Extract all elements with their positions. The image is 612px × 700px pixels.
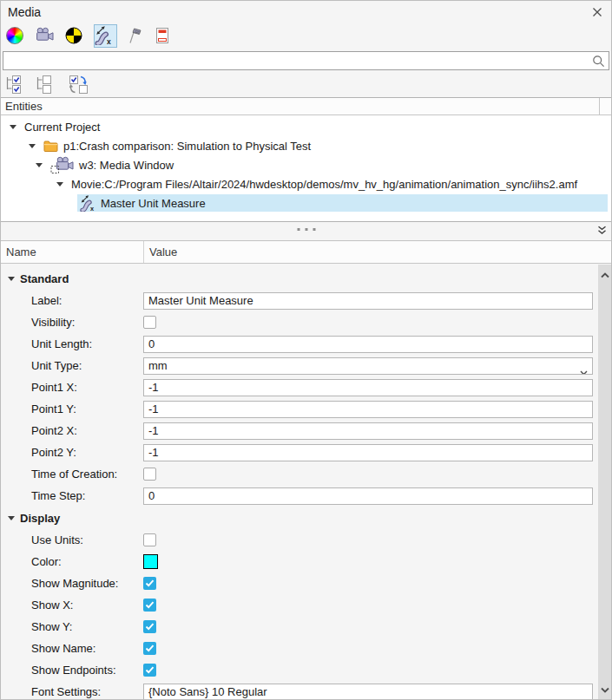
show-name-checkbox[interactable]	[143, 642, 156, 655]
scroll-down-icon[interactable]	[601, 683, 609, 696]
show-y-checkbox[interactable]	[143, 620, 156, 633]
entities-header-row: Entities	[1, 98, 611, 115]
label-input[interactable]: Master Unit Measure	[143, 292, 593, 310]
tree-item-label: w3: Media Window	[79, 159, 174, 172]
expand-arrow-icon[interactable]	[8, 516, 15, 520]
scrollbar[interactable]	[598, 265, 611, 699]
column-header-name[interactable]: Name	[1, 241, 143, 263]
property-label: Time of Creation:	[1, 468, 143, 481]
show-magnitude-checkbox[interactable]	[143, 577, 156, 590]
svg-text:x: x	[90, 204, 95, 211]
color-wheel-icon	[6, 27, 23, 44]
tracking-flag-icon	[123, 26, 142, 45]
property-row: Visibility:	[1, 311, 598, 333]
tree-check-all-icon	[6, 75, 23, 94]
tree-item-label: p1:Crash comparison: Simulation to Physi…	[63, 140, 311, 153]
time-of-creation-checkbox[interactable]	[143, 468, 156, 481]
expand-arrow-icon[interactable]	[36, 163, 43, 167]
splitter[interactable]	[1, 222, 611, 237]
uncheck-all-button[interactable]	[36, 75, 59, 95]
expand-arrow-icon[interactable]	[8, 277, 15, 281]
point2-x-input[interactable]: -1	[143, 422, 593, 440]
tracking-button[interactable]	[123, 24, 147, 48]
search-box	[3, 51, 609, 70]
time-step-input[interactable]: 0	[143, 487, 593, 505]
property-label: Point1 Y:	[1, 402, 143, 415]
point1-x-input[interactable]: -1	[143, 379, 593, 396]
titlebar: Media	[1, 1, 611, 23]
property-row: Unit Length:0	[1, 333, 598, 355]
property-grid: StandardLabel:Master Unit MeasureVisibil…	[1, 265, 598, 699]
property-label: Point2 X:	[1, 424, 143, 437]
filter-toolbar	[1, 72, 611, 97]
svg-text:x: x	[107, 37, 111, 46]
folder-icon	[43, 140, 58, 153]
unit-length-input[interactable]: 0	[143, 336, 593, 353]
property-row: Show X:	[1, 594, 598, 616]
tree-item-movie-c-program-files[interactable]: Movie:C:/Program Files/Altair/2024/hwdes…	[1, 174, 611, 193]
color-settings-button[interactable]	[5, 24, 29, 48]
property-label: Label:	[1, 294, 143, 307]
property-label: Time Step:	[1, 489, 143, 502]
check-all-button[interactable]	[6, 75, 29, 95]
entities-header-corner	[599, 98, 611, 114]
property-row: Time of Creation:	[1, 463, 598, 485]
collapse-panel-icon[interactable]	[597, 225, 607, 238]
close-icon[interactable]	[590, 5, 604, 19]
scroll-up-icon[interactable]	[601, 268, 609, 281]
property-label: Visibility:	[1, 316, 143, 329]
tree-item-current-project[interactable]: Current Project	[1, 117, 611, 136]
crash-dummy-icon	[64, 26, 83, 45]
use-units-checkbox[interactable]	[143, 533, 156, 546]
property-label: Show X:	[1, 599, 143, 612]
expand-arrow-icon[interactable]	[29, 144, 36, 148]
tree-item-label: Movie:C:/Program Files/Altair/2024/hwdes…	[71, 178, 577, 191]
section-title: Standard	[20, 272, 69, 285]
property-label: Unit Type:	[1, 359, 143, 372]
property-label: Point1 X:	[1, 381, 143, 394]
expand-arrow-icon[interactable]	[10, 125, 16, 129]
invert-checks-icon	[67, 75, 89, 94]
notes-icon	[153, 26, 172, 45]
notes-button[interactable]	[153, 24, 176, 48]
property-row: Point2 Y:-1	[1, 442, 598, 463]
section-header-display[interactable]: Display	[1, 507, 598, 529]
property-row: Use Units:	[1, 529, 598, 551]
property-row: Show Y:	[1, 616, 598, 638]
search-icon[interactable]	[592, 55, 605, 70]
section-title: Display	[20, 512, 60, 525]
font-settings-input[interactable]: {Noto Sans} 10 Regular	[143, 684, 593, 700]
color-swatch[interactable]	[143, 554, 158, 569]
show-x-checkbox[interactable]	[143, 599, 156, 612]
property-row: Font Settings:{Noto Sans} 10 Regular	[1, 681, 598, 699]
search-input[interactable]	[3, 52, 609, 69]
property-row: Color:	[1, 551, 598, 572]
measure-button[interactable]: x	[94, 24, 117, 48]
point1-y-input[interactable]: -1	[143, 401, 593, 418]
visibility-checkbox[interactable]	[143, 316, 156, 329]
expand-arrow-icon[interactable]	[56, 182, 63, 186]
point2-y-input[interactable]: -1	[143, 444, 593, 461]
invert-checks-button[interactable]	[67, 75, 94, 95]
property-row: Label:Master Unit Measure	[1, 290, 598, 311]
show-endpoints-checkbox[interactable]	[143, 664, 156, 677]
image-plane-button[interactable]	[64, 24, 88, 48]
property-label: Font Settings:	[1, 685, 143, 698]
tree-item-w3-media-window[interactable]: w3: Media Window	[1, 155, 611, 174]
section-header-standard[interactable]: Standard	[1, 267, 598, 290]
property-row: Unit Type:mm	[1, 355, 598, 376]
property-label: Color:	[1, 555, 143, 568]
property-label: Show Y:	[1, 620, 143, 633]
property-label: Show Magnitude:	[1, 577, 143, 590]
toolbar: x	[1, 23, 611, 49]
tree-item-master-unit-measure[interactable]: xMaster Unit Measure	[1, 193, 611, 213]
tree-item-p1-crash-comparison-simulation[interactable]: p1:Crash comparison: Simulation to Physi…	[1, 136, 611, 155]
movie-button[interactable]	[35, 24, 58, 48]
property-row: Time Step:0	[1, 485, 598, 507]
unit-type-select[interactable]: mm	[143, 357, 593, 375]
property-label: Unit Length:	[1, 337, 143, 350]
property-label: Show Endpoints:	[1, 664, 143, 677]
panel-title: Media	[8, 5, 41, 19]
column-header-value[interactable]: Value	[143, 241, 611, 263]
splitter-handle-icon[interactable]	[297, 228, 315, 231]
